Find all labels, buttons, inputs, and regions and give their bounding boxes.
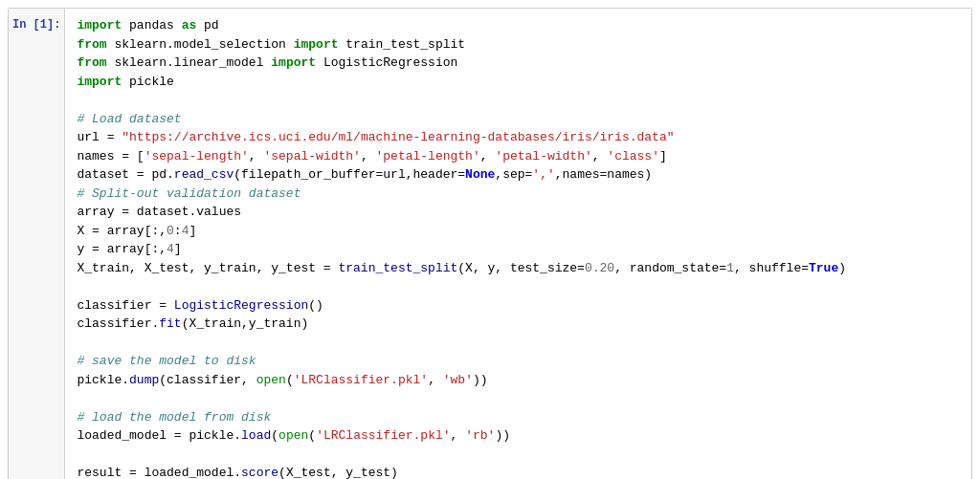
cell-code[interactable]: import pandas as pd from sklearn.model_s… — [65, 9, 971, 479]
notebook-cell: In [1]: import pandas as pd from sklearn… — [8, 8, 972, 479]
cell-execution-count: In [1]: — [12, 16, 60, 33]
cell-gutter: In [1]: — [9, 9, 65, 479]
cell-input: In [1]: import pandas as pd from sklearn… — [9, 9, 971, 479]
